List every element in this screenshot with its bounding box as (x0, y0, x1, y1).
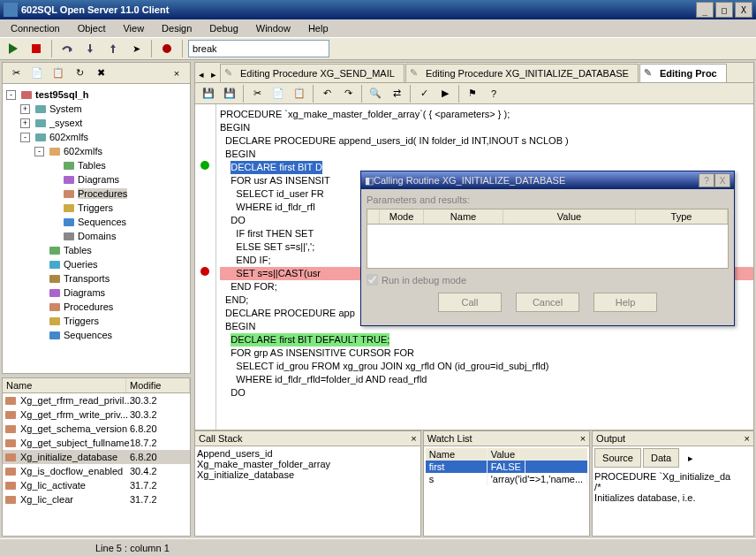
close-button[interactable]: X (735, 2, 752, 18)
tree-item[interactable]: Diagrams (6, 286, 186, 300)
debug-mode-checkbox[interactable] (367, 274, 378, 286)
menu-object[interactable]: Object (71, 21, 113, 35)
help-button[interactable]: Help (593, 293, 657, 312)
output-tab-data[interactable]: Data (643, 448, 679, 468)
tree-item[interactable]: -602xmlfs (6, 130, 186, 144)
panel-close-icon[interactable]: × (745, 433, 750, 444)
list-item[interactable]: Xg_lic_activate31.7.2 (3, 478, 190, 492)
compile-icon[interactable]: ✓ (414, 84, 434, 103)
dialog-help-button[interactable]: ? (699, 173, 714, 187)
callstack-item[interactable]: Xg_make_master_folder_array (197, 459, 419, 469)
tree-item[interactable]: Procedures (6, 187, 186, 201)
replace-icon[interactable]: ⇄ (387, 84, 406, 103)
expand-icon[interactable]: + (20, 104, 30, 114)
menu-help[interactable]: Help (301, 21, 336, 35)
menu-connection[interactable]: Connection (4, 21, 67, 35)
procedure-list[interactable]: Xg_get_rfrm_read_privil...30.3.2Xg_get_r… (3, 393, 190, 506)
paste-icon[interactable]: 📋 (49, 64, 68, 83)
list-col-modified[interactable]: Modifie (126, 378, 190, 392)
watch-item[interactable]: firstFALSE (426, 461, 587, 473)
expand-icon[interactable]: - (20, 133, 30, 142)
tree-item[interactable]: -test95sql_h (6, 88, 186, 102)
cut-icon[interactable]: ✂ (6, 64, 26, 83)
callstack-item[interactable]: Append_users_id (197, 448, 419, 459)
params-grid[interactable]: Mode Name Value Type (367, 209, 729, 269)
tree-item[interactable]: Procedures (6, 300, 186, 314)
refresh-icon[interactable]: ↻ (70, 64, 89, 83)
search-input[interactable] (188, 40, 329, 57)
tree-item[interactable]: +_sysext (6, 116, 186, 130)
tree-item[interactable]: Tables (6, 158, 186, 172)
callstack-item[interactable]: Xg_initialize_database (197, 469, 419, 480)
menu-debug[interactable]: Debug (202, 21, 245, 35)
redo-icon[interactable]: ↷ (338, 84, 358, 103)
tree-item[interactable]: Sequences (6, 215, 186, 229)
list-item[interactable]: Xg_get_rfrm_write_priv...30.3.2 (3, 407, 190, 422)
tab-next-icon[interactable]: ▸ (208, 67, 220, 82)
breakpoint-marker[interactable] (200, 161, 209, 170)
copy-icon[interactable]: 📄 (268, 84, 288, 103)
tree-item[interactable]: Tables (6, 243, 186, 257)
tree-item[interactable]: Triggers (6, 201, 186, 215)
svg-rect-1 (32, 44, 41, 53)
cancel-button[interactable]: Cancel (516, 293, 579, 312)
tab-active[interactable]: ✎Editing Proc (639, 64, 727, 82)
save-all-icon[interactable]: 💾 (220, 84, 239, 103)
tree-item[interactable]: -602xmlfs (6, 144, 186, 158)
breakpoint-marker[interactable] (200, 267, 209, 276)
step-over-button[interactable] (57, 39, 77, 58)
output-nav-icon[interactable]: ▸ (681, 448, 700, 468)
tree-item[interactable]: Transports (6, 271, 186, 286)
undo-icon[interactable]: ↶ (317, 84, 336, 103)
output-tab-source[interactable]: Source (594, 448, 641, 468)
paste-icon[interactable]: 📋 (290, 84, 309, 103)
menu-window[interactable]: Window (249, 21, 298, 35)
tree-item[interactable]: Queries (6, 257, 186, 271)
list-item[interactable]: Xg_initialize_database6.8.20 (3, 450, 190, 464)
expand-icon[interactable]: + (20, 118, 30, 128)
dialog-close-button[interactable]: X (714, 173, 730, 187)
watch-item[interactable]: s'array('id'=>1,'name... (426, 473, 587, 485)
stop-button[interactable] (26, 39, 46, 58)
bookmark-icon[interactable]: ⚑ (463, 84, 482, 103)
run-to-cursor-button[interactable]: ➤ (126, 39, 146, 58)
panel-close-icon[interactable]: × (411, 433, 416, 444)
menu-design[interactable]: Design (155, 21, 199, 35)
call-button[interactable]: Call (438, 293, 502, 312)
save-icon[interactable]: 💾 (199, 84, 218, 103)
step-into-button[interactable] (80, 39, 100, 58)
expand-icon[interactable]: - (6, 90, 16, 100)
menu-view[interactable]: View (116, 21, 151, 35)
object-tree[interactable]: -test95sql_h+System+_sysext-602xmlfs-602… (3, 84, 190, 346)
copy-icon[interactable]: 📄 (27, 64, 47, 83)
tree-item[interactable]: +System (6, 102, 186, 116)
tree-item[interactable]: Triggers (6, 314, 186, 328)
watch-list[interactable]: NameValue firstFALSEs'array('id'=>1,'nam… (424, 446, 589, 536)
find-icon[interactable]: 🔍 (366, 84, 385, 103)
delete-icon[interactable]: ✖ (91, 64, 110, 83)
step-out-button[interactable] (103, 39, 123, 58)
tree-item[interactable]: Domains (6, 229, 186, 243)
list-item[interactable]: Xg_get_subject_fullname18.7.2 (3, 436, 190, 450)
tree-item[interactable]: Sequences (6, 328, 186, 342)
list-item[interactable]: Xg_get_rfrm_read_privil...30.3.2 (3, 393, 190, 407)
tab-init-db[interactable]: ✎Editing Procedure XG_INITIALIZE_DATABAS… (405, 64, 639, 82)
execute-icon[interactable]: ▶ (435, 84, 455, 103)
tree-item[interactable]: Diagrams (6, 172, 186, 187)
minimize-button[interactable]: _ (696, 2, 714, 18)
help-icon[interactable]: ? (484, 84, 503, 103)
expand-icon[interactable]: - (34, 147, 44, 156)
list-item[interactable]: Xg_get_schema_version6.8.20 (3, 422, 190, 436)
panel-close-icon[interactable]: × (580, 433, 586, 444)
callstack-list[interactable]: Append_users_idXg_make_master_folder_arr… (195, 446, 420, 536)
breakpoint-button[interactable] (157, 39, 177, 58)
maximize-button[interactable]: □ (715, 2, 733, 18)
panel-close-icon[interactable]: × (167, 64, 186, 83)
list-col-name[interactable]: Name (3, 378, 126, 392)
tab-send-mail[interactable]: ✎Editing Procedure XG_SEND_MAIL (220, 64, 404, 82)
tab-prev-icon[interactable]: ◂ (195, 67, 208, 82)
run-button[interactable] (4, 39, 23, 58)
list-item[interactable]: Xg_lic_clear31.7.2 (3, 492, 190, 506)
list-item[interactable]: Xg_is_docflow_enabled30.4.2 (3, 464, 190, 478)
cut-icon[interactable]: ✂ (247, 84, 267, 103)
